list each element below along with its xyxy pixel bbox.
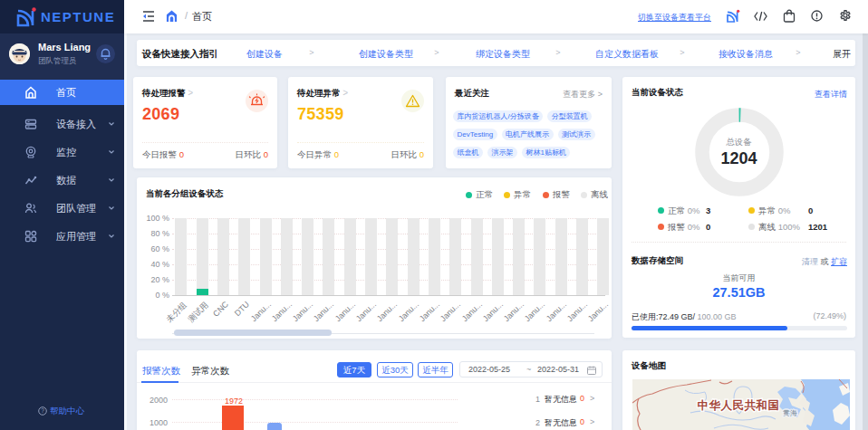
svg-text:中华人民共和国: 中华人民共和国 [698, 398, 780, 412]
svg-text:?: ? [41, 407, 44, 414]
svg-text:黄海: 黄海 [783, 409, 797, 417]
